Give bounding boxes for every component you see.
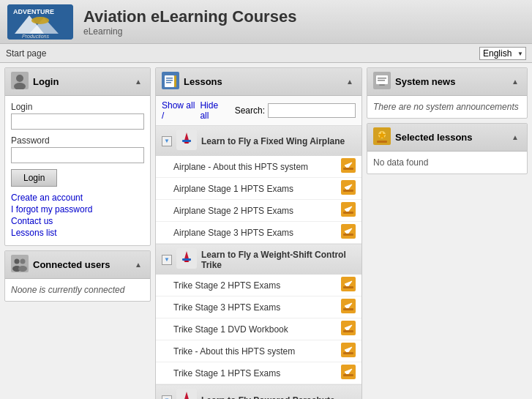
- course-2-toggle[interactable]: ▼: [162, 255, 172, 265]
- login-panel-header: Login ▲: [5, 68, 150, 96]
- course-2-header: ▼ Learn to Fly a Weight-Shift Control Tr…: [156, 245, 361, 275]
- selected-lessons-title-area: Selected lessons: [373, 127, 473, 147]
- login-panel-title: Login: [33, 76, 59, 87]
- search-input[interactable]: [268, 103, 356, 118]
- svg-point-7: [16, 75, 23, 82]
- svg-rect-18: [166, 82, 171, 83]
- left-column: Login ▲ Login Password Login Create an a…: [4, 67, 151, 302]
- svg-point-3: [31, 17, 49, 24]
- lesson-status-icon: [341, 299, 356, 316]
- course-3-header: ▼ Learn to Fly Powered Parachute: [156, 385, 361, 399]
- start-page-link[interactable]: Start page: [6, 48, 46, 59]
- table-row[interactable]: Airplane Stage 2 HPTS Exams: [156, 200, 361, 222]
- course-2-title: Learn to Fly a Weight-Shift Control Trik…: [201, 250, 356, 270]
- course-3-title: Learn to Fly Powered Parachute: [201, 395, 335, 400]
- show-all-link[interactable]: Show all /: [162, 100, 197, 121]
- selected-lessons-message: No data found: [373, 157, 428, 168]
- forgot-password-link[interactable]: I forgot my password: [11, 204, 144, 215]
- lesson-name: Trike - About this HPTS system: [173, 346, 295, 357]
- svg-rect-23: [184, 142, 189, 143]
- lesson-name: Trike Stage 1 DVD Workbook: [173, 324, 288, 335]
- password-label: Password: [11, 135, 144, 146]
- site-subtitle: eLearning: [83, 26, 296, 37]
- lessons-collapse-icon[interactable]: ▲: [344, 76, 356, 88]
- connected-collapse-icon[interactable]: ▲: [132, 259, 144, 271]
- login-input[interactable]: [11, 113, 144, 130]
- login-links: Create an account I forgot my password C…: [11, 193, 144, 238]
- lesson-status-icon: [341, 202, 356, 219]
- selected-lessons-collapse-icon[interactable]: ▲: [509, 132, 521, 143]
- lesson-name: Airplane Stage 2 HPTS Exams: [173, 206, 293, 216]
- lesson-name: Airplane Stage 3 HPTS Exams: [173, 228, 293, 238]
- lesson-status-icon: [341, 277, 356, 294]
- selected-lessons-title: Selected lessons: [395, 132, 473, 143]
- lessons-panel-title: Lessons: [184, 76, 222, 87]
- svg-rect-72: [379, 84, 385, 86]
- course-1-lessons: Airplane - About this HPTS system Airpla…: [156, 156, 361, 244]
- lessons-list-link[interactable]: Lessons list: [11, 228, 144, 238]
- password-input[interactable]: [11, 147, 144, 163]
- login-panel-title-area: Login: [11, 72, 59, 92]
- svg-text:ADVENTURE: ADVENTURE: [13, 8, 54, 15]
- middle-column: Lessons ▲ Show all / Hide all Search: ▼: [155, 67, 362, 399]
- svg-point-11: [20, 259, 26, 264]
- system-news-panel: System news ▲ There are no system announ…: [367, 67, 528, 119]
- table-row[interactable]: Trike Stage 1 DVD Workbook: [156, 318, 361, 340]
- svg-rect-29: [343, 190, 353, 192]
- lesson-status-icon: [341, 224, 356, 241]
- login-form: Login Password Login Create an account I…: [5, 96, 150, 245]
- language-select[interactable]: English: [479, 47, 526, 60]
- right-column: System news ▲ There are no system announ…: [367, 67, 528, 174]
- system-news-collapse-icon[interactable]: ▲: [509, 76, 521, 88]
- lesson-status-icon: [341, 343, 356, 359]
- selected-lessons-panel: Selected lessons ▲ No data found: [367, 123, 528, 174]
- lesson-status-icon: [341, 365, 356, 381]
- table-row[interactable]: Trike Stage 3 HPTS Exams: [156, 297, 361, 318]
- svg-rect-19: [174, 75, 176, 87]
- system-news-title-area: System news: [373, 72, 455, 92]
- selected-lessons-header: Selected lessons ▲: [367, 124, 527, 152]
- svg-rect-16: [166, 78, 173, 79]
- header: ADVENTURE Productions Aviation eLearning…: [0, 0, 532, 44]
- svg-rect-45: [343, 308, 353, 310]
- lesson-status-icon: [341, 180, 356, 197]
- table-row[interactable]: Trike - About this HPTS system: [156, 340, 361, 362]
- svg-rect-48: [343, 330, 353, 332]
- table-row[interactable]: Trike Stage 2 HPTS Exams: [156, 275, 361, 297]
- language-selector-wrap[interactable]: English: [479, 47, 526, 60]
- svg-point-10: [15, 259, 20, 264]
- selected-lessons-icon: [373, 127, 391, 147]
- lesson-name: Airplane - About this HPTS system: [173, 162, 308, 172]
- course-1-title: Learn to Fly a Fixed Wing Airplane: [201, 136, 345, 146]
- login-collapse-icon[interactable]: ▲: [132, 76, 144, 88]
- create-account-link[interactable]: Create an account: [11, 193, 144, 203]
- connected-panel-header: Connected users ▲: [5, 251, 150, 279]
- course-1-header: ▼ Learn to Fly a Fixed Wing Airplane: [156, 126, 361, 156]
- selected-lessons-body: No data found: [367, 152, 527, 174]
- system-news-title: System news: [395, 76, 455, 87]
- table-row[interactable]: Airplane Stage 3 HPTS Exams: [156, 222, 361, 244]
- table-row[interactable]: Airplane Stage 1 HPTS Exams: [156, 178, 361, 200]
- system-news-body: There are no system announcements: [367, 96, 527, 118]
- table-row[interactable]: Trike Stage 1 HPTS Exams: [156, 362, 361, 384]
- svg-rect-32: [343, 212, 353, 214]
- login-button[interactable]: Login: [11, 169, 57, 187]
- course-section-1: ▼ Learn to Fly a Fixed Wing Airplane: [156, 126, 361, 245]
- system-news-header: System news ▲: [367, 68, 527, 96]
- svg-rect-42: [343, 286, 353, 288]
- svg-rect-38: [182, 258, 191, 261]
- table-row[interactable]: Airplane - About this HPTS system: [156, 156, 361, 178]
- lesson-name: Trike Stage 2 HPTS Exams: [173, 280, 280, 291]
- contact-us-link[interactable]: Contact us: [11, 216, 144, 226]
- hide-all-link[interactable]: Hide all: [200, 100, 227, 121]
- main-content: Login ▲ Login Password Login Create an a…: [0, 63, 532, 399]
- svg-point-13: [18, 266, 27, 272]
- course-3-toggle[interactable]: ▼: [162, 395, 172, 400]
- svg-rect-76: [377, 141, 387, 143]
- course-section-3: ▼ Learn to Fly Powered Parachute PPC - A…: [156, 385, 361, 399]
- connected-panel-title-area: Connected users: [11, 255, 110, 275]
- lesson-name: Trike Stage 3 HPTS Exams: [173, 302, 280, 313]
- course-1-icon: [176, 130, 197, 152]
- course-1-toggle[interactable]: ▼: [162, 136, 172, 146]
- course-3-icon: [176, 389, 197, 399]
